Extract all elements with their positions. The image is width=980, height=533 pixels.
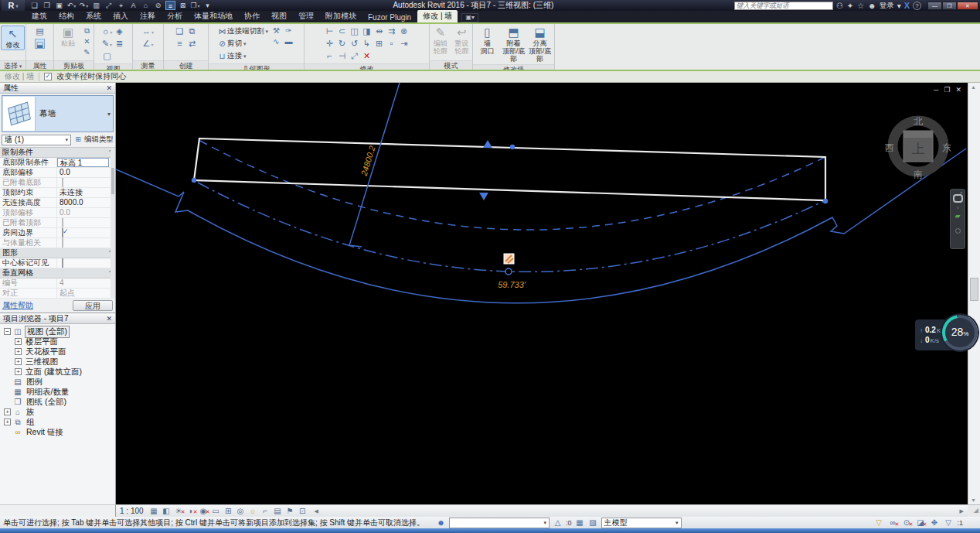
property-checkbox[interactable] [62, 238, 63, 248]
tree-item-图纸 (全部)[interactable]: ❐图纸 (全部) [2, 397, 115, 407]
measure-line-icon[interactable]: ↔ [142, 26, 154, 37]
favorites-star-icon[interactable]: ☆ [857, 2, 864, 10]
help-icon[interactable]: ? [913, 2, 921, 10]
tree-item-立面 (建筑立面)[interactable]: +立面 (建筑立面) [2, 367, 115, 377]
sign-in-label[interactable]: 登录 [880, 1, 894, 11]
tree-item-族[interactable]: +⌂族 [2, 407, 115, 417]
dropdown-caret-icon[interactable] [109, 39, 112, 48]
join-end-cut-icon[interactable]: ⋈ [217, 26, 227, 36]
contextual-panel-switcher-icon[interactable]: ▣▾ [461, 13, 478, 22]
property-checkbox[interactable] [62, 228, 63, 237]
dropdown-caret-icon[interactable]: ▾ [243, 53, 247, 60]
navigation-bar-close-icon[interactable]: ✕ [960, 190, 963, 195]
wall-opening-button[interactable]: ▯墙洞口 [475, 26, 500, 55]
property-row-已附着顶部[interactable]: 已附着顶部 [0, 218, 115, 228]
wall-mid-grip-top[interactable] [510, 145, 515, 149]
drawing-view[interactable]: 24800.2 59.733' 北 南 西 东 上 [116, 83, 968, 504]
property-group-图形[interactable]: 图形⌃ [0, 248, 115, 258]
temporary-view-properties-icon[interactable]: ▤ [273, 506, 283, 516]
temporary-hide-icon[interactable]: ◎ [236, 506, 246, 516]
create-convert-icon[interactable]: ⇄ [186, 38, 198, 50]
select-pinned-icon[interactable]: ⊙ [901, 518, 911, 527]
worksharing-status-icon[interactable]: ▨ [588, 518, 598, 527]
vertical-scrollbar[interactable] [968, 83, 980, 504]
search-icon[interactable]: ⚇ [836, 2, 843, 10]
open-file-icon[interactable]: ❒ [42, 1, 52, 10]
tab-结构[interactable]: 结构 [53, 10, 80, 22]
join-geometry-icon[interactable]: ⊔ [217, 51, 227, 61]
property-value[interactable]: 4 [57, 278, 115, 288]
rendering-icon[interactable]: ◉ [199, 506, 209, 516]
tree-item-组[interactable]: +⧉组 [2, 417, 115, 427]
corner-join-icon[interactable]: ↳ [361, 38, 373, 50]
viewcube-cube-top-face[interactable] [903, 131, 933, 138]
property-checkbox[interactable] [62, 258, 63, 268]
camera-icon[interactable]: ◈ [114, 26, 125, 37]
cut-geometry-icon[interactable]: ⊘ [217, 39, 227, 49]
redo-icon[interactable]: ↷ [79, 1, 89, 10]
dropdown-caret-icon[interactable] [151, 26, 154, 36]
tab-Fuzor Plugin[interactable]: Fuzor Plugin [362, 12, 417, 22]
tab-视图[interactable]: 视图 [266, 10, 292, 22]
dropdown-caret-icon[interactable] [73, 2, 76, 9]
property-row-顶部偏移[interactable]: 顶部偏移0.0 [0, 208, 115, 218]
paste-button[interactable]: ▣粘贴 [56, 26, 80, 47]
tab-管理[interactable]: 管理 [293, 10, 319, 22]
sign-in-person-icon[interactable]: ☻ [868, 2, 876, 10]
geo-连接端切割[interactable]: ⋈连接端切割▾ [217, 26, 268, 37]
offset-icon[interactable]: ⊂ [336, 26, 348, 37]
dropdown-caret-icon[interactable]: ▾ [265, 29, 268, 35]
thin-lines-icon[interactable]: ≡ [165, 1, 175, 10]
restore-button[interactable]: ❐ [942, 2, 957, 10]
temporary-dimension-symbol-icon[interactable] [504, 254, 514, 264]
drag-on-select-icon[interactable]: ✥ [929, 518, 939, 527]
aligned-dimension-icon[interactable]: ⌖ [116, 1, 126, 10]
rotate-ccw-icon[interactable]: ↺ [349, 38, 360, 50]
view-minimize-icon[interactable]: ─ [934, 86, 938, 94]
legend-box-icon[interactable]: ❑ [174, 26, 185, 37]
active-workset-selector[interactable] [449, 518, 550, 528]
compass-east-label[interactable]: 东 [942, 142, 951, 153]
design-options-selector[interactable]: 主模型 [601, 518, 682, 528]
drag-arrow-up-icon[interactable] [483, 140, 492, 148]
navigation-more-icon[interactable] [955, 228, 961, 234]
tree-item-视图 (全部)[interactable]: −◫视图 (全部) [2, 326, 115, 337]
customize-qat-icon[interactable]: ▾ [202, 1, 213, 10]
measure-angle-icon[interactable]: ∠ [142, 38, 154, 50]
thin-lines-2-icon[interactable]: ≣ [114, 38, 125, 50]
selected-wall-outline[interactable] [194, 138, 825, 200]
hide-box-icon[interactable]: ▢ [101, 50, 113, 62]
edit-type-button[interactable]: ⊞ 编辑类型 [73, 134, 114, 145]
property-row-已附着底部[interactable]: 已附着底部 [0, 178, 115, 188]
resize-grip-icon[interactable]: ◢ [968, 504, 980, 517]
select-underlay-icon[interactable]: ◪ [915, 518, 925, 527]
dropdown-caret-icon[interactable] [150, 39, 153, 48]
view-close-icon[interactable]: ✕ [955, 86, 961, 94]
tab-注释[interactable]: 注释 [134, 10, 161, 22]
select-box-icon[interactable]: ▫ [386, 38, 397, 50]
geo-连接[interactable]: ⊔连接▾ [217, 50, 268, 62]
array-icon[interactable]: ⊞ [373, 38, 385, 50]
property-value[interactable]: 0.0 [57, 168, 115, 177]
property-row-编号[interactable]: 编号4 [0, 278, 115, 289]
switch-windows-icon[interactable]: ❐ [190, 1, 200, 10]
close-hidden-windows-icon[interactable]: ⊠ [178, 1, 188, 10]
expand-icon[interactable]: + [15, 368, 22, 375]
dropdown-caret-icon[interactable] [197, 2, 200, 9]
collapse-icon[interactable]: − [4, 328, 11, 335]
tab-附加模块[interactable]: 附加模块 [320, 10, 362, 22]
arc-length-dimension-text[interactable]: 59.733' [498, 280, 526, 289]
compass-north-label[interactable]: 北 [914, 116, 923, 127]
viewcube-top-label[interactable]: 上 [912, 142, 925, 156]
editable-only-icon[interactable]: ▽ [873, 518, 883, 527]
progress-ring-overlay[interactable]: 28% [942, 315, 978, 350]
tree-item-Revit 链接[interactable]: ∞Revit 链接 [2, 427, 115, 437]
dropdown-caret-icon[interactable] [85, 2, 88, 9]
tree-item-图例[interactable]: ▤图例 [2, 377, 115, 387]
align-icon[interactable]: ⊢ [324, 26, 335, 37]
text-note-icon[interactable]: A [128, 1, 138, 10]
extend-icon[interactable]: ⊣ [336, 50, 348, 62]
mirror-draw-icon[interactable]: ◨ [361, 26, 373, 37]
property-value[interactable]: 8000.0 [57, 198, 115, 207]
select-links-icon[interactable]: ∞ [887, 518, 897, 527]
